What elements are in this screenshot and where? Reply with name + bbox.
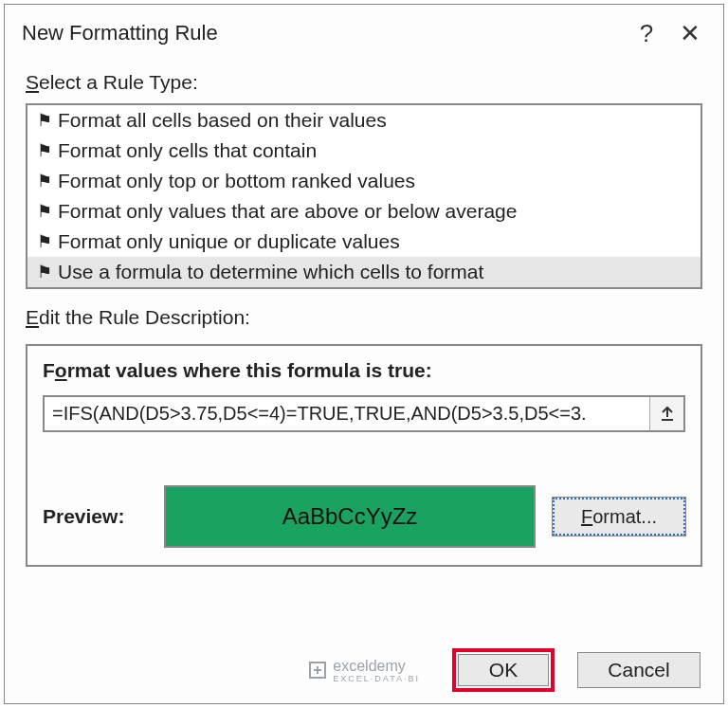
rule-item-unique-duplicate[interactable]: ⚑Format only unique or duplicate values [27, 227, 701, 257]
edit-rule-description-label: Edit the Rule Description: [5, 289, 723, 335]
ok-button[interactable]: OK [458, 654, 549, 686]
preview-row: Preview: AaBbCcYyZz Format... [43, 485, 685, 548]
rule-item-above-below-avg[interactable]: ⚑Format only values that are above or be… [27, 196, 701, 227]
rule-type-list[interactable]: ⚑Format all cells based on their values … [26, 103, 702, 289]
close-button[interactable]: ✕ [668, 14, 712, 52]
rule-item-cells-contain[interactable]: ⚑Format only cells that contain [27, 136, 701, 166]
collapse-dialog-icon[interactable] [649, 397, 683, 430]
select-rule-type-label: Select a Rule Type: [5, 54, 723, 100]
flag-icon: ⚑ [37, 262, 58, 282]
titlebar: New Formatting Rule ? ✕ [5, 5, 723, 54]
cancel-button[interactable]: Cancel [577, 652, 701, 688]
rule-item-top-bottom[interactable]: ⚑Format only top or bottom ranked values [27, 166, 701, 196]
dialog-title: New Formatting Rule [22, 21, 625, 45]
edit-rule-description-panel: Format values where this formula is true… [26, 344, 702, 567]
flag-icon: ⚑ [37, 110, 58, 131]
dialog-button-row: OK Cancel [5, 635, 723, 703]
preview-sample-box: AaBbCcYyZz [164, 485, 536, 548]
rule-item-use-formula[interactable]: ⚑Use a formula to determine which cells … [27, 257, 701, 287]
flag-icon: ⚑ [37, 201, 58, 222]
flag-icon: ⚑ [37, 231, 58, 252]
new-formatting-rule-dialog: New Formatting Rule ? ✕ Select a Rule Ty… [4, 4, 724, 704]
formula-input[interactable] [45, 397, 649, 430]
preview-label: Preview: [43, 505, 147, 528]
help-button[interactable]: ? [625, 14, 668, 52]
format-button[interactable]: Format... [553, 498, 685, 536]
flag-icon: ⚑ [37, 171, 58, 191]
ok-highlight: OK [452, 648, 555, 692]
rule-item-all-cells[interactable]: ⚑Format all cells based on their values [27, 105, 701, 136]
formula-input-row [43, 395, 685, 432]
preview-sample-text: AaBbCcYyZz [282, 503, 418, 530]
flag-icon: ⚑ [37, 140, 58, 161]
formula-field-label: Format values where this formula is true… [43, 359, 685, 382]
